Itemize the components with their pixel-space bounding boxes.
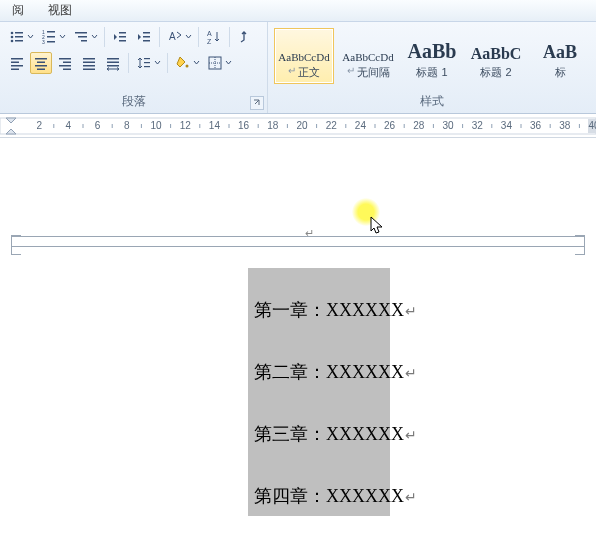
svg-rect-45 <box>144 66 150 67</box>
svg-text:16: 16 <box>238 120 250 131</box>
svg-text:38: 38 <box>559 120 571 131</box>
shading-icon <box>175 55 191 71</box>
svg-rect-35 <box>63 69 71 71</box>
svg-text:A: A <box>169 31 176 42</box>
style-item-3[interactable]: AaBbC标题 2 <box>466 28 526 84</box>
style-name: ↵正文 <box>275 63 333 80</box>
borders-button[interactable] <box>204 52 234 74</box>
align-center-icon <box>33 55 49 71</box>
align-justify-icon <box>81 55 97 71</box>
bulleted-list-icon <box>9 29 25 45</box>
svg-rect-25 <box>11 62 19 64</box>
decrease-indent-button[interactable] <box>109 26 131 48</box>
group-styles-label: 样式 <box>274 91 590 113</box>
style-name: 标题 1 <box>403 63 461 80</box>
svg-rect-3 <box>15 36 23 38</box>
doc-line-4[interactable]: 第四章：XXXXXX↵ <box>254 484 417 508</box>
chinese-layout-icon: A <box>167 29 183 45</box>
svg-text:6: 6 <box>95 120 101 131</box>
show-marks-button[interactable] <box>234 26 256 48</box>
svg-rect-29 <box>37 62 45 64</box>
svg-text:10: 10 <box>150 120 162 131</box>
svg-rect-7 <box>47 31 55 33</box>
bulleted-list-button[interactable] <box>6 26 36 48</box>
menu-tabs: 阅 视图 <box>0 0 596 22</box>
svg-rect-28 <box>35 58 47 60</box>
style-item-0[interactable]: AaBbCcDd↵正文 <box>274 28 334 84</box>
numbered-list-icon: 123 <box>41 29 57 45</box>
svg-rect-42 <box>107 65 119 67</box>
svg-text:24: 24 <box>355 120 367 131</box>
align-left-button[interactable] <box>6 52 28 74</box>
numbered-list-button[interactable]: 123 <box>38 26 68 48</box>
svg-rect-38 <box>83 65 95 67</box>
style-item-4[interactable]: AaB标 <box>530 28 590 84</box>
svg-text:30: 30 <box>442 120 454 131</box>
line-spacing-button[interactable] <box>133 52 163 74</box>
chinese-layout-button[interactable]: A <box>164 26 194 48</box>
svg-rect-39 <box>83 69 95 71</box>
svg-rect-1 <box>15 32 23 34</box>
svg-rect-43 <box>144 58 150 59</box>
svg-rect-14 <box>81 40 87 42</box>
increase-indent-button[interactable] <box>133 26 155 48</box>
svg-text:18: 18 <box>267 120 279 131</box>
svg-rect-13 <box>78 36 87 38</box>
sort-button[interactable]: AZ <box>203 26 225 48</box>
svg-rect-19 <box>143 36 150 38</box>
doc-line-2[interactable]: 第二章：XXXXXX↵ <box>254 360 417 384</box>
align-right-button[interactable] <box>54 52 76 74</box>
style-preview: AaB <box>531 33 589 63</box>
svg-rect-41 <box>107 62 119 64</box>
svg-text:8: 8 <box>124 120 130 131</box>
style-name: 标 <box>531 63 589 80</box>
horizontal-ruler[interactable]: 246810121416182022242628303234363840 <box>0 114 596 138</box>
align-justify-button[interactable] <box>78 52 100 74</box>
svg-point-2 <box>11 36 14 39</box>
align-left-icon <box>9 55 25 71</box>
svg-text:3: 3 <box>42 39 45 45</box>
tab-view[interactable]: 视图 <box>36 0 84 21</box>
align-distributed-icon <box>105 55 121 71</box>
style-item-1[interactable]: AaBbCcDd↵无间隔 <box>338 28 398 84</box>
doc-line-3[interactable]: 第三章：XXXXXX↵ <box>254 422 417 446</box>
svg-text:4: 4 <box>66 120 72 131</box>
svg-rect-37 <box>83 62 95 64</box>
svg-text:22: 22 <box>326 120 338 131</box>
styles-gallery[interactable]: AaBbCcDd↵正文AaBbCcDd↵无间隔AaBb标题 1AaBbC标题 2… <box>274 26 590 86</box>
svg-text:26: 26 <box>384 120 396 131</box>
doc-line-1[interactable]: 第一章：XXXXXX↵ <box>254 298 417 322</box>
svg-rect-9 <box>47 36 55 38</box>
svg-rect-32 <box>59 58 71 60</box>
sort-icon: AZ <box>206 29 222 45</box>
align-distributed-button[interactable] <box>102 52 124 74</box>
style-preview: AaBb <box>403 33 461 63</box>
svg-rect-27 <box>11 69 19 71</box>
style-item-2[interactable]: AaBb标题 1 <box>402 28 462 84</box>
tab-review[interactable]: 阅 <box>0 0 36 21</box>
svg-rect-16 <box>119 36 126 38</box>
svg-rect-44 <box>144 62 150 63</box>
style-name: 标题 2 <box>467 63 525 80</box>
svg-rect-12 <box>75 32 87 34</box>
paragraph-marks-icon <box>237 29 253 45</box>
svg-point-0 <box>11 32 14 35</box>
group-styles: AaBbCcDd↵正文AaBbCcDd↵无间隔AaBb标题 1AaBbC标题 2… <box>268 22 596 113</box>
svg-text:20: 20 <box>296 120 308 131</box>
multilevel-list-button[interactable] <box>70 26 100 48</box>
paragraph-dialog-launcher[interactable] <box>250 96 264 110</box>
increase-indent-icon <box>136 29 152 45</box>
svg-rect-31 <box>37 69 45 71</box>
decrease-indent-icon <box>112 29 128 45</box>
svg-rect-26 <box>11 65 23 67</box>
shading-button[interactable] <box>172 52 202 74</box>
document-area[interactable]: ↵ 第一章：XXXXXX↵第二章：XXXXXX↵第三章：XXXXXX↵第四章：X… <box>0 138 596 551</box>
svg-text:40: 40 <box>588 120 596 131</box>
align-center-button[interactable] <box>30 52 52 74</box>
multilevel-list-icon <box>73 29 89 45</box>
svg-rect-5 <box>15 40 23 42</box>
svg-rect-20 <box>143 40 150 42</box>
svg-text:32: 32 <box>472 120 484 131</box>
svg-rect-36 <box>83 58 95 60</box>
svg-rect-15 <box>119 32 126 34</box>
